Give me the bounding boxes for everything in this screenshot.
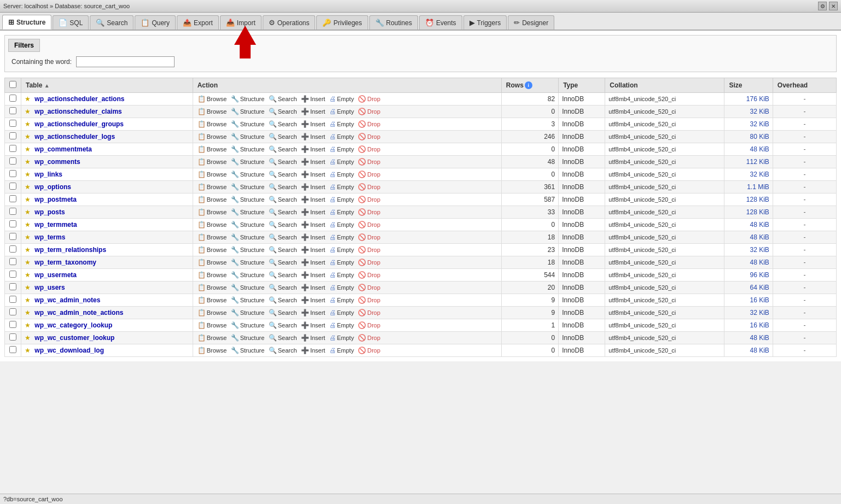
insert-link[interactable]: ➕ Insert xyxy=(300,271,327,279)
drop-link[interactable]: 🚫 Drop xyxy=(357,258,381,267)
table-name-link[interactable]: wp_terms xyxy=(34,233,65,241)
drop-link[interactable]: 🚫 Drop xyxy=(357,132,381,141)
insert-link[interactable]: ➕ Insert xyxy=(300,132,327,141)
structure-link[interactable]: 🔧 Structure xyxy=(230,258,266,267)
search-link[interactable]: 🔍 Search xyxy=(268,296,298,304)
star-icon[interactable]: ★ xyxy=(25,145,31,153)
drop-link[interactable]: 🚫 Drop xyxy=(357,333,381,342)
insert-link[interactable]: ➕ Insert xyxy=(300,245,327,254)
search-link[interactable]: 🔍 Search xyxy=(268,233,298,242)
browse-link[interactable]: 📋 Browse xyxy=(196,220,228,229)
row-checkbox[interactable] xyxy=(9,195,16,202)
browse-link[interactable]: 📋 Browse xyxy=(196,183,228,191)
drop-link[interactable]: 🚫 Drop xyxy=(357,271,381,279)
search-link[interactable]: 🔍 Search xyxy=(268,308,298,317)
row-checkbox[interactable] xyxy=(9,170,16,177)
star-icon[interactable]: ★ xyxy=(25,196,31,203)
browse-link[interactable]: 📋 Browse xyxy=(196,208,228,216)
search-link[interactable]: 🔍 Search xyxy=(268,195,298,204)
row-checkbox[interactable] xyxy=(9,321,16,328)
table-name-link[interactable]: wp_wc_category_lookup xyxy=(34,321,112,329)
star-icon[interactable]: ★ xyxy=(25,309,31,317)
structure-link[interactable]: 🔧 Structure xyxy=(230,208,266,216)
structure-link[interactable]: 🔧 Structure xyxy=(230,321,266,330)
insert-link[interactable]: ➕ Insert xyxy=(300,233,327,242)
browse-link[interactable]: 📋 Browse xyxy=(196,245,228,254)
empty-link[interactable]: 🖨 Empty xyxy=(328,107,355,116)
drop-link[interactable]: 🚫 Drop xyxy=(357,95,381,103)
search-link[interactable]: 🔍 Search xyxy=(268,321,298,330)
structure-link[interactable]: 🔧 Structure xyxy=(230,296,266,304)
star-icon[interactable]: ★ xyxy=(25,347,31,354)
search-link[interactable]: 🔍 Search xyxy=(268,283,298,292)
empty-link[interactable]: 🖨 Empty xyxy=(328,346,355,355)
insert-link[interactable]: ➕ Insert xyxy=(300,346,327,355)
tab-operations[interactable]: ⚙ Operations xyxy=(263,15,316,30)
browse-link[interactable]: 📋 Browse xyxy=(196,195,228,204)
empty-link[interactable]: 🖨 Empty xyxy=(328,271,355,279)
empty-link[interactable]: 🖨 Empty xyxy=(328,308,355,317)
structure-link[interactable]: 🔧 Structure xyxy=(230,95,266,103)
empty-link[interactable]: 🖨 Empty xyxy=(328,220,355,229)
search-link[interactable]: 🔍 Search xyxy=(268,183,298,191)
table-name-link[interactable]: wp_usermeta xyxy=(34,271,77,279)
settings-icon[interactable]: ⚙ xyxy=(818,2,827,10)
col-header-table[interactable]: Table ▲ xyxy=(21,78,193,93)
browse-link[interactable]: 📋 Browse xyxy=(196,321,228,330)
insert-link[interactable]: ➕ Insert xyxy=(300,195,327,204)
row-checkbox[interactable] xyxy=(9,145,16,152)
table-name-link[interactable]: wp_actionscheduler_actions xyxy=(34,95,124,103)
insert-link[interactable]: ➕ Insert xyxy=(300,258,327,267)
star-icon[interactable]: ★ xyxy=(25,321,31,329)
tab-routines[interactable]: 🔧 Routines xyxy=(369,15,418,30)
browse-link[interactable]: 📋 Browse xyxy=(196,346,228,355)
select-all-checkbox[interactable] xyxy=(9,81,16,88)
row-checkbox[interactable] xyxy=(9,258,16,265)
table-name-link[interactable]: wp_postmeta xyxy=(34,196,77,203)
search-link[interactable]: 🔍 Search xyxy=(268,346,298,355)
empty-link[interactable]: 🖨 Empty xyxy=(328,333,355,342)
drop-link[interactable]: 🚫 Drop xyxy=(357,120,381,128)
search-link[interactable]: 🔍 Search xyxy=(268,245,298,254)
tab-sql[interactable]: 📄 SQL xyxy=(53,15,89,30)
browse-link[interactable]: 📋 Browse xyxy=(196,233,228,242)
star-icon[interactable]: ★ xyxy=(25,95,31,103)
search-link[interactable]: 🔍 Search xyxy=(268,170,298,179)
structure-link[interactable]: 🔧 Structure xyxy=(230,195,266,204)
empty-link[interactable]: 🖨 Empty xyxy=(328,208,355,216)
star-icon[interactable]: ★ xyxy=(25,246,31,254)
browse-link[interactable]: 📋 Browse xyxy=(196,283,228,292)
star-icon[interactable]: ★ xyxy=(25,108,31,115)
table-name-link[interactable]: wp_wc_customer_lookup xyxy=(34,334,114,342)
empty-link[interactable]: 🖨 Empty xyxy=(328,132,355,141)
tab-events[interactable]: ⏰ Events xyxy=(419,15,462,30)
structure-link[interactable]: 🔧 Structure xyxy=(230,333,266,342)
star-icon[interactable]: ★ xyxy=(25,259,31,266)
drop-link[interactable]: 🚫 Drop xyxy=(357,195,381,204)
row-checkbox[interactable] xyxy=(9,233,16,240)
insert-link[interactable]: ➕ Insert xyxy=(300,333,327,342)
search-link[interactable]: 🔍 Search xyxy=(268,258,298,267)
table-name-link[interactable]: wp_term_relationships xyxy=(34,246,106,254)
star-icon[interactable]: ★ xyxy=(25,334,31,342)
table-name-link[interactable]: wp_commentmeta xyxy=(34,145,92,153)
empty-link[interactable]: 🖨 Empty xyxy=(328,283,355,292)
empty-link[interactable]: 🖨 Empty xyxy=(328,145,355,154)
empty-link[interactable]: 🖨 Empty xyxy=(328,95,355,103)
browse-link[interactable]: 📋 Browse xyxy=(196,132,228,141)
search-link[interactable]: 🔍 Search xyxy=(268,220,298,229)
table-name-link[interactable]: wp_actionscheduler_claims xyxy=(34,108,121,115)
row-checkbox[interactable] xyxy=(9,95,16,102)
table-name-link[interactable]: wp_actionscheduler_logs xyxy=(34,133,115,140)
drop-link[interactable]: 🚫 Drop xyxy=(357,245,381,254)
row-checkbox[interactable] xyxy=(9,346,16,353)
structure-link[interactable]: 🔧 Structure xyxy=(230,271,266,279)
search-link[interactable]: 🔍 Search xyxy=(268,333,298,342)
browse-link[interactable]: 📋 Browse xyxy=(196,145,228,154)
insert-link[interactable]: ➕ Insert xyxy=(300,95,327,103)
search-link[interactable]: 🔍 Search xyxy=(268,271,298,279)
empty-link[interactable]: 🖨 Empty xyxy=(328,258,355,267)
tab-privileges[interactable]: 🔑 Privileges xyxy=(316,15,368,30)
star-icon[interactable]: ★ xyxy=(25,171,31,178)
drop-link[interactable]: 🚫 Drop xyxy=(357,233,381,242)
